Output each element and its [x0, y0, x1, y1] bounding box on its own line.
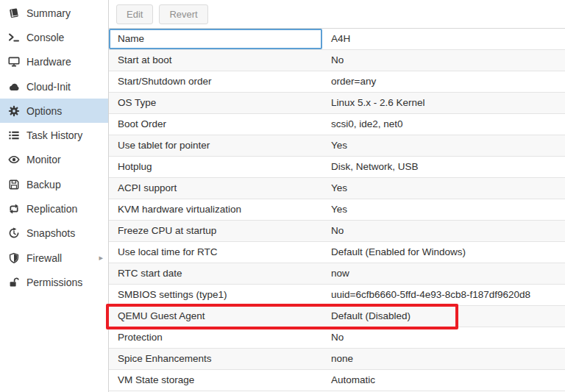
- option-value: scsi0, ide2, net0: [322, 114, 565, 135]
- option-value: Yes: [322, 135, 565, 156]
- unlock-icon: [7, 277, 20, 288]
- option-label: Start/Shutdown order: [109, 71, 322, 92]
- sidebar-item-label: Hardware: [26, 56, 71, 68]
- sidebar-item-label: Firewall: [26, 252, 62, 264]
- terminal-icon: [7, 32, 20, 43]
- shield-icon: [7, 252, 20, 264]
- option-value: order=any: [322, 71, 565, 92]
- table-row-os-type[interactable]: OS Type Linux 5.x - 2.6 Kernel: [109, 93, 565, 114]
- sidebar-item-label: Monitor: [26, 154, 61, 165]
- table-row-vm-state-storage[interactable]: VM State storage Automatic: [109, 370, 565, 391]
- option-label: ACPI support: [109, 178, 322, 199]
- option-label: SMBIOS settings (type1): [109, 285, 322, 305]
- sidebar-item-replication[interactable]: Replication: [0, 196, 108, 221]
- options-table: Name A4H Start at boot No Start/Shutdown…: [109, 29, 565, 392]
- options-toolbar: Edit Revert: [109, 0, 565, 29]
- sidebar-item-label: Options: [26, 105, 62, 117]
- sidebar-item-permissions[interactable]: Permissions: [0, 270, 108, 294]
- book-icon: [7, 7, 20, 19]
- option-value: Linux 5.x - 2.6 Kernel: [322, 93, 565, 113]
- option-value: Automatic: [322, 370, 565, 391]
- option-value: No: [322, 327, 565, 348]
- sidebar-item-summary[interactable]: Summary: [0, 1, 108, 25]
- option-label: Start at boot: [109, 50, 322, 71]
- sidebar-item-console[interactable]: Console: [0, 25, 108, 49]
- option-label: Hotplug: [109, 157, 322, 177]
- sidebar-item-label: Task History: [26, 129, 82, 141]
- table-row-use-tablet-for-pointer[interactable]: Use tablet for pointer Yes: [109, 135, 565, 157]
- sidebar-item-backup[interactable]: Backup: [0, 172, 108, 196]
- table-row-name[interactable]: Name A4H: [109, 29, 565, 50]
- table-row-spice-enhancements[interactable]: Spice Enhancements none: [109, 349, 565, 370]
- option-value: Default (Enabled for Windows): [322, 242, 565, 263]
- option-value: uuid=6cfb6660-5ffd-4e93-8cb8-f187df9620d…: [322, 285, 565, 305]
- table-row-use-local-time-for-rtc[interactable]: Use local time for RTC Default (Enabled …: [109, 242, 565, 263]
- option-value: Disk, Network, USB: [322, 157, 565, 177]
- sidebar-item-monitor[interactable]: Monitor: [0, 148, 108, 172]
- cloud-icon: [7, 81, 20, 93]
- sidebar-item-label: Cloud-Init: [26, 81, 71, 93]
- table-row-protection[interactable]: Protection No: [109, 327, 565, 349]
- option-label: RTC start date: [109, 263, 322, 284]
- option-label: Spice Enhancements: [109, 349, 322, 369]
- retweet-icon: [7, 203, 20, 215]
- table-row-rtc-start-date[interactable]: RTC start date now: [109, 263, 565, 285]
- option-label: Boot Order: [109, 114, 322, 135]
- history-icon: [7, 227, 20, 239]
- sidebar-item-label: Permissions: [26, 277, 82, 288]
- sidebar-item-label: Backup: [26, 179, 61, 190]
- option-value: A4H: [322, 29, 565, 49]
- gear-icon: [7, 105, 20, 117]
- desktop-icon: [7, 56, 20, 68]
- table-row-start-shutdown-order[interactable]: Start/Shutdown order order=any: [109, 71, 565, 93]
- proxmox-vm-options-window: Summary Console Hardware Cloud-Init Opti: [0, 0, 565, 392]
- option-value: Yes: [322, 199, 565, 220]
- list-icon: [7, 129, 20, 141]
- table-row-freeze-cpu-at-startup[interactable]: Freeze CPU at startup No: [109, 221, 565, 242]
- option-label: Protection: [109, 327, 322, 348]
- sidebar-item-label: Summary: [26, 7, 71, 19]
- option-value: No: [322, 221, 565, 241]
- sidebar-item-cloud-init[interactable]: Cloud-Init: [0, 74, 108, 99]
- sidebar-item-hardware[interactable]: Hardware: [0, 50, 108, 74]
- table-row-kvm-hardware-virtualization[interactable]: KVM hardware virtualization Yes: [109, 199, 565, 221]
- option-label: OS Type: [109, 93, 322, 113]
- sidebar-item-task-history[interactable]: Task History: [0, 123, 108, 147]
- edit-button[interactable]: Edit: [116, 4, 153, 24]
- chevron-right-icon: ▸: [99, 254, 103, 262]
- option-value: No: [322, 50, 565, 71]
- table-row-hotplug[interactable]: Hotplug Disk, Network, USB: [109, 157, 565, 178]
- options-panel: Edit Revert Name A4H Start at boot No St…: [109, 0, 565, 392]
- table-row-acpi-support[interactable]: ACPI support Yes: [109, 178, 565, 199]
- table-row-boot-order[interactable]: Boot Order scsi0, ide2, net0: [109, 114, 565, 135]
- option-value: Yes: [322, 178, 565, 199]
- floppy-icon: [7, 179, 20, 190]
- option-label: KVM hardware virtualization: [109, 199, 322, 220]
- option-label: Name: [109, 29, 322, 49]
- revert-button[interactable]: Revert: [159, 4, 207, 24]
- option-label: Use tablet for pointer: [109, 135, 322, 156]
- sidebar-item-snapshots[interactable]: Snapshots: [0, 221, 108, 246]
- sidebar-item-label: Console: [26, 32, 64, 43]
- option-value: now: [322, 263, 565, 284]
- table-row-qemu-guest-agent[interactable]: QEMU Guest Agent Default (Disabled): [109, 306, 565, 327]
- sidebar-item-options[interactable]: Options: [0, 99, 108, 123]
- table-row-start-at-boot[interactable]: Start at boot No: [109, 50, 565, 71]
- option-label: QEMU Guest Agent: [109, 306, 322, 327]
- table-row-smbios-settings[interactable]: SMBIOS settings (type1) uuid=6cfb6660-5f…: [109, 285, 565, 306]
- sidebar-item-label: Snapshots: [26, 227, 75, 239]
- option-label: Freeze CPU at startup: [109, 221, 322, 241]
- eye-icon: [7, 154, 20, 165]
- sidebar-item-firewall[interactable]: Firewall ▸: [0, 246, 108, 270]
- option-value: none: [322, 349, 565, 369]
- option-label: VM State storage: [109, 370, 322, 391]
- option-label: Use local time for RTC: [109, 242, 322, 263]
- vm-config-sidebar: Summary Console Hardware Cloud-Init Opti: [0, 0, 109, 392]
- sidebar-item-label: Replication: [26, 203, 77, 215]
- option-value: Default (Disabled): [322, 306, 565, 327]
